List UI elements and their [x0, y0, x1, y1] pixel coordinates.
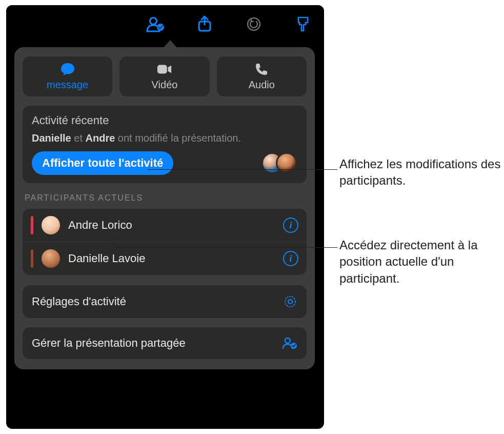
activity-name-2: Andre [86, 132, 115, 144]
manage-shared-button[interactable]: Gérer la présentation partagée [23, 327, 307, 359]
person-check-icon [282, 337, 297, 350]
callout-show-activity: Affichez les modifications des participa… [339, 156, 503, 189]
callout-line [148, 169, 337, 170]
participant-name: Andre Lorico [68, 219, 275, 232]
activity-settings-button[interactable]: Réglages d'activité [23, 285, 307, 318]
show-all-activity-button[interactable]: Afficher toute l'activité [32, 151, 173, 175]
video-label: Vidéo [152, 79, 178, 91]
phone-icon [254, 63, 269, 76]
toolbar [6, 5, 324, 43]
activity-settings-label: Réglages d'activité [32, 295, 126, 308]
avatar [276, 152, 297, 174]
presence-indicator [31, 249, 33, 268]
info-icon[interactable]: i [283, 218, 298, 233]
audio-button[interactable]: Audio [217, 56, 307, 96]
video-icon [157, 63, 172, 76]
communication-buttons: message Vidéo Audio [23, 56, 307, 96]
presence-indicator [31, 216, 33, 234]
recent-activity-text: Danielle et Andre ont modifié la présent… [32, 132, 297, 144]
svg-point-0 [150, 18, 157, 25]
callout-line [114, 237, 114, 247]
message-icon [60, 63, 75, 76]
manage-shared-label: Gérer la présentation partagée [32, 337, 186, 350]
audio-label: Audio [249, 79, 275, 91]
collaboration-popover: message Vidéo Audio Activité récente Dan… [14, 47, 315, 369]
svg-point-7 [285, 338, 290, 343]
recent-activity-title: Activité récente [32, 114, 297, 127]
svg-point-6 [288, 300, 292, 304]
message-label: message [47, 79, 88, 91]
svg-point-5 [285, 297, 295, 307]
svg-point-3 [248, 18, 260, 30]
collaborate-button[interactable] [146, 14, 165, 34]
callout-line [114, 247, 337, 248]
activity-name-1: Danielle [32, 132, 71, 144]
undo-button[interactable] [244, 14, 264, 34]
participants-label: PARTICIPANTS ACTUELS [25, 193, 305, 203]
svg-rect-4 [157, 65, 167, 73]
app-window: message Vidéo Audio Activité récente Dan… [6, 5, 324, 429]
gear-icon [283, 294, 297, 309]
participant-row[interactable]: Andre Lorico i [23, 209, 307, 242]
video-button[interactable]: Vidéo [119, 56, 209, 96]
format-brush-button[interactable] [293, 14, 313, 34]
participant-name: Danielle Lavoie [68, 252, 275, 265]
avatar [42, 249, 60, 268]
callout-jump-to-participant: Accédez directement à la position actuel… [339, 237, 503, 287]
share-button[interactable] [195, 14, 214, 34]
message-button[interactable]: message [23, 56, 112, 96]
recent-activity-section: Activité récente Danielle et Andre ont m… [23, 106, 307, 183]
participant-row[interactable]: Danielle Lavoie i [23, 242, 307, 275]
participants-list: Andre Lorico i Danielle Lavoie i [23, 209, 307, 275]
info-icon[interactable]: i [283, 251, 298, 266]
avatar [42, 216, 60, 234]
activity-avatars [261, 152, 297, 174]
